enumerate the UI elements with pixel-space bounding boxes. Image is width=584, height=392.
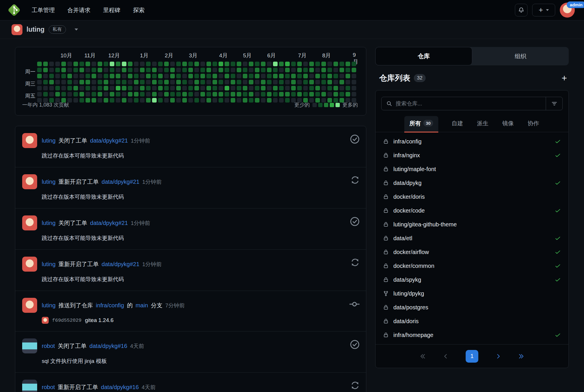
repo-name-link[interactable]: infra/config	[393, 138, 422, 145]
heatmap-cell[interactable]	[321, 98, 326, 103]
heatmap-cell[interactable]	[261, 74, 266, 78]
heatmap-cell[interactable]	[327, 92, 332, 96]
heatmap-cell[interactable]	[206, 92, 211, 96]
heatmap-cell[interactable]	[158, 98, 163, 103]
heatmap-cell[interactable]	[273, 92, 278, 96]
heatmap-cell[interactable]	[194, 86, 199, 90]
repo-name-link[interactable]: infra/nginx	[393, 152, 420, 159]
repo-name-link[interactable]: data/dpykg	[393, 180, 422, 186]
heatmap-cell[interactable]	[116, 74, 120, 78]
heatmap-cell[interactable]	[333, 98, 338, 103]
heatmap-cell[interactable]	[170, 68, 175, 72]
heatmap-cell[interactable]	[164, 86, 169, 90]
heatmap-cell[interactable]	[279, 62, 284, 66]
heatmap-cell[interactable]	[285, 80, 290, 84]
create-new-button[interactable]: +	[532, 4, 555, 16]
heatmap-cell[interactable]	[140, 92, 145, 96]
heatmap-cell[interactable]	[352, 68, 356, 72]
heatmap-cell[interactable]	[352, 62, 356, 66]
heatmap-cell[interactable]	[152, 80, 157, 84]
heatmap-cell[interactable]	[273, 98, 278, 103]
panel-tab-组织[interactable]: 组织	[472, 47, 569, 65]
repo-row[interactable]: infra/homepage	[376, 328, 568, 342]
heatmap-cell[interactable]	[285, 62, 290, 66]
heatmap-cell[interactable]	[346, 92, 350, 96]
heatmap-cell[interactable]	[67, 98, 72, 103]
heatmap-cell[interactable]	[164, 92, 169, 96]
heatmap-cell[interactable]	[213, 86, 217, 90]
heatmap-cell[interactable]	[225, 80, 229, 84]
heatmap-cell[interactable]	[116, 98, 120, 103]
heatmap-cell[interactable]	[43, 80, 48, 84]
heatmap-cell[interactable]	[146, 92, 151, 96]
heatmap-cell[interactable]	[55, 68, 60, 72]
heatmap-cell[interactable]	[140, 86, 145, 90]
heatmap-cell[interactable]	[176, 86, 181, 90]
heatmap-cell[interactable]	[321, 86, 326, 90]
heatmap-cell[interactable]	[104, 68, 108, 72]
heatmap-cell[interactable]	[182, 98, 187, 103]
panel-tab-仓库[interactable]: 仓库	[375, 47, 472, 65]
heatmap-cell[interactable]	[182, 68, 187, 72]
heatmap-cell[interactable]	[231, 80, 235, 84]
heatmap-cell[interactable]	[352, 98, 356, 103]
heatmap-cell[interactable]	[122, 68, 126, 72]
heatmap-cell[interactable]	[110, 98, 114, 103]
heatmap-cell[interactable]	[200, 74, 205, 78]
heatmap-cell[interactable]	[98, 92, 102, 96]
heatmap-cell[interactable]	[346, 68, 350, 72]
heatmap-cell[interactable]	[285, 98, 290, 103]
heatmap-cell[interactable]	[267, 80, 272, 84]
heatmap-cell[interactable]	[140, 74, 145, 78]
target-link[interactable]: data/dpykg#21	[102, 261, 139, 268]
heatmap-cell[interactable]	[61, 98, 66, 103]
repo-row[interactable]: data/dpykg	[376, 176, 568, 190]
heatmap-cell[interactable]	[92, 68, 96, 72]
heatmap-cell[interactable]	[61, 92, 66, 96]
heatmap-cell[interactable]	[309, 92, 314, 96]
heatmap-cell[interactable]	[43, 74, 48, 78]
heatmap-cell[interactable]	[55, 62, 60, 66]
heatmap-cell[interactable]	[110, 86, 114, 90]
heatmap-cell[interactable]	[158, 86, 163, 90]
heatmap-cell[interactable]	[315, 86, 320, 90]
heatmap-cell[interactable]	[200, 62, 205, 66]
heatmap-cell[interactable]	[303, 92, 308, 96]
heatmap-cell[interactable]	[49, 80, 54, 84]
heatmap-cell[interactable]	[122, 86, 126, 90]
heatmap-cell[interactable]	[303, 86, 308, 90]
target-link[interactable]: data/dpykg#21	[90, 137, 128, 144]
heatmap-cell[interactable]	[43, 86, 48, 90]
heatmap-cell[interactable]	[49, 92, 54, 96]
heatmap-cell[interactable]	[261, 86, 266, 90]
heatmap-cell[interactable]	[279, 98, 284, 103]
heatmap-cell[interactable]	[219, 74, 223, 78]
heatmap-cell[interactable]	[327, 74, 332, 78]
heatmap-cell[interactable]	[86, 86, 90, 90]
add-repo-button[interactable]: +	[562, 73, 567, 83]
heatmap-cell[interactable]	[43, 98, 48, 103]
heatmap-cell[interactable]	[352, 92, 356, 96]
heatmap-cell[interactable]	[49, 74, 54, 78]
repo-name-link[interactable]: luting/gitea-github-theme	[393, 221, 457, 228]
heatmap-cell[interactable]	[164, 74, 169, 78]
heatmap-cell[interactable]	[309, 86, 314, 90]
repo-name-link[interactable]: docker/airflow	[393, 249, 429, 255]
avatar[interactable]	[12, 24, 22, 35]
heatmap-cell[interactable]	[152, 74, 157, 78]
heatmap-cell[interactable]	[273, 74, 278, 78]
heatmap-cell[interactable]	[134, 80, 139, 84]
heatmap-cell[interactable]	[67, 62, 72, 66]
heatmap-cell[interactable]	[134, 86, 139, 90]
chevron-down-icon[interactable]	[75, 29, 78, 31]
heatmap-cell[interactable]	[67, 92, 72, 96]
heatmap-cell[interactable]	[206, 86, 211, 90]
heatmap-cell[interactable]	[55, 80, 60, 84]
heatmap-cell[interactable]	[188, 98, 193, 103]
heatmap-cell[interactable]	[231, 74, 235, 78]
heatmap-cell[interactable]	[158, 68, 163, 72]
heatmap-cell[interactable]	[315, 80, 320, 84]
heatmap-cell[interactable]	[134, 68, 139, 72]
heatmap-cell[interactable]	[146, 74, 151, 78]
repo-row[interactable]: docker/airflow	[376, 245, 568, 259]
